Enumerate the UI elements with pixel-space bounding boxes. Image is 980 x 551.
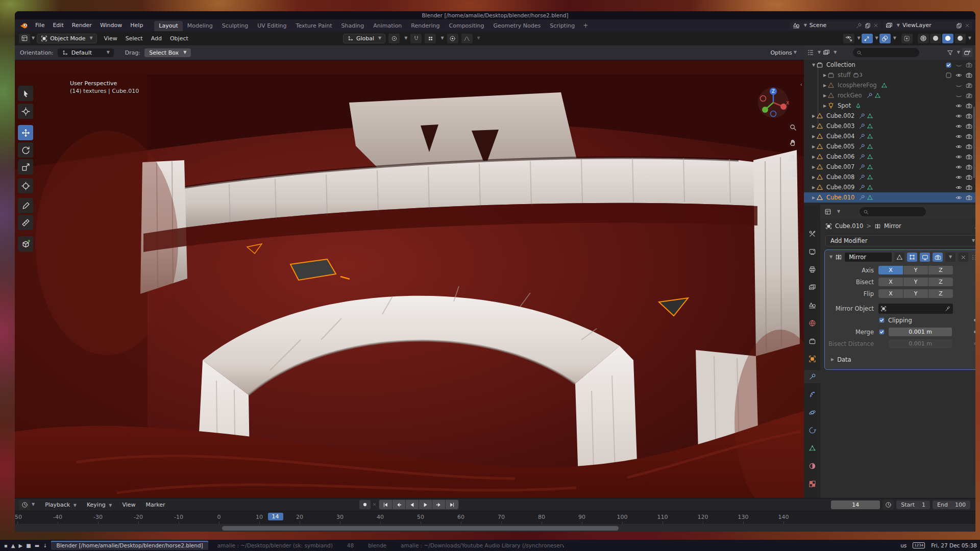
disclosure-arrow-icon[interactable]: ▶	[822, 93, 827, 98]
shading-material-button[interactable]	[942, 34, 953, 43]
disclosure-arrow-icon[interactable]: ▶	[811, 185, 816, 190]
disclosure-arrow-icon[interactable]: ▶	[822, 73, 827, 78]
checkbox-off-icon[interactable]	[945, 72, 952, 79]
properties-tab-scene[interactable]	[804, 298, 820, 312]
taskbar-window-button[interactable]: amalie : ~/Downloads/Youtube Audio Libra…	[396, 541, 564, 550]
camera-icon[interactable]	[966, 184, 972, 191]
toggle-projection-icon[interactable]	[789, 169, 797, 177]
timeline-menu-view[interactable]: View	[117, 502, 141, 508]
eye-icon[interactable]	[955, 184, 962, 191]
properties-tab-texture[interactable]	[804, 477, 820, 490]
properties-tab-material[interactable]	[804, 459, 820, 472]
flip-x-button[interactable]: X	[878, 289, 903, 298]
disclosure-arrow-icon[interactable]: ▶	[811, 165, 816, 169]
proportional-edit-button[interactable]	[447, 34, 458, 43]
disclosure-arrow-icon[interactable]: ▶	[811, 144, 816, 149]
taskbar-clock[interactable]: Fri, 27 Dec 05:38	[931, 542, 977, 548]
disclosure-arrow-icon[interactable]: ▶	[822, 104, 827, 108]
3d-scene-canvas[interactable]	[15, 74, 804, 498]
expand-chevron-icon[interactable]: ▼	[829, 255, 832, 259]
camera-view-icon[interactable]	[789, 154, 797, 162]
copy-icon[interactable]	[956, 22, 962, 29]
modifier-name-field[interactable]: Mirror	[845, 253, 892, 262]
outliner-editor-type-button[interactable]	[807, 49, 814, 56]
bisect-y-button[interactable]: Y	[903, 278, 928, 286]
viewport-menu-select[interactable]: Select	[121, 34, 147, 43]
current-frame-field[interactable]: 14	[831, 500, 880, 509]
workspace-tab-animation[interactable]: Animation	[369, 21, 406, 31]
flip-y-button[interactable]: Y	[903, 289, 928, 298]
breadcrumb-object[interactable]: Cube.010	[835, 222, 863, 230]
disclosure-arrow-icon[interactable]: ▶	[811, 114, 816, 118]
delete-modifier-button[interactable]	[958, 253, 968, 262]
viewport-menu-view[interactable]: View	[100, 34, 121, 43]
camera-icon[interactable]	[966, 72, 972, 79]
play-button[interactable]	[419, 500, 432, 509]
taskbar-window-button[interactable]: blende	[363, 541, 391, 550]
workspace-tab-uv-editing[interactable]: UV Editing	[253, 21, 291, 31]
workspace-tab-rendering[interactable]: Rendering	[406, 21, 444, 31]
properties-editor-type-button[interactable]	[824, 208, 831, 215]
tool-cursor[interactable]	[18, 104, 33, 119]
show-in-render-toggle[interactable]	[933, 253, 943, 262]
show-on-cage-toggle[interactable]	[894, 253, 904, 262]
workspace-tab-layout[interactable]: Layout	[154, 21, 182, 31]
eye-icon[interactable]	[955, 194, 962, 201]
properties-tab-object-data[interactable]	[804, 441, 820, 455]
bisect-z-button[interactable]: Z	[928, 278, 953, 286]
tool-measure[interactable]	[18, 215, 33, 230]
keyboard-layout-indicator[interactable]: us	[900, 542, 906, 548]
close-icon[interactable]	[873, 23, 878, 28]
outliner-row-cube-008[interactable]: ▶Cube.008	[804, 172, 975, 182]
eye-closed-dim-icon[interactable]	[955, 62, 962, 68]
tool-scale[interactable]	[18, 159, 33, 174]
eye-closed-icon[interactable]	[955, 82, 962, 89]
workspace-tab-geometry-nodes[interactable]: Geometry Nodes	[488, 21, 545, 31]
disclosure-arrow-icon[interactable]: ▶	[811, 134, 816, 139]
outliner-row-rockgeo[interactable]: ▶rockGeo	[804, 90, 975, 101]
tool-select-box[interactable]	[18, 86, 33, 101]
tool-rotate[interactable]	[18, 142, 33, 158]
eye-closed-icon[interactable]	[955, 92, 962, 99]
camera-icon[interactable]	[966, 113, 972, 119]
shading-rendered-button[interactable]	[954, 34, 966, 43]
zoom-icon[interactable]	[789, 123, 797, 131]
checkbox-on-icon[interactable]	[945, 62, 952, 68]
camera-icon[interactable]	[966, 143, 972, 150]
eye-icon[interactable]	[955, 123, 962, 130]
app-icon[interactable]: ▪	[4, 543, 8, 548]
falloff-button[interactable]	[461, 34, 473, 43]
animate-dot[interactable]	[974, 319, 975, 321]
axis-x-button[interactable]: X	[878, 266, 903, 274]
properties-tab-render[interactable]	[804, 245, 820, 258]
disclosure-arrow-icon[interactable]: ▼	[811, 63, 816, 67]
outliner-row-cube-010[interactable]: ▶Cube.010	[804, 192, 975, 203]
camera-icon[interactable]	[966, 164, 972, 170]
mode-selector[interactable]: Object Mode ▼	[37, 34, 96, 43]
flip-z-button[interactable]: Z	[928, 289, 953, 298]
app-icon[interactable]: ■	[26, 543, 31, 548]
camera-dim-icon[interactable]	[966, 62, 972, 68]
camera-icon[interactable]	[966, 103, 972, 109]
outliner-row-cube-002[interactable]: ▶Cube.002	[804, 111, 975, 121]
properties-tab-world[interactable]	[804, 316, 820, 330]
drag-handle-icon[interactable]	[971, 254, 975, 261]
prev-keyframe-button[interactable]	[393, 500, 405, 509]
app-icon[interactable]: ▶	[18, 543, 22, 548]
scene-selector[interactable]: ▼ Scene	[790, 21, 881, 30]
outliner-row-cube-007[interactable]: ▶Cube.007	[804, 162, 975, 172]
animate-dot[interactable]	[974, 331, 975, 333]
disclosure-arrow-icon[interactable]: ▶	[811, 195, 816, 200]
properties-search-input[interactable]	[860, 207, 926, 216]
orientation-dropdown[interactable]: Default ▼	[58, 48, 114, 57]
clipping-checkbox[interactable]	[878, 317, 885, 323]
use-preview-range-clock-button[interactable]	[883, 500, 894, 510]
navigation-gizmo[interactable]: Z X	[757, 86, 790, 119]
workspace-tab-compositing[interactable]: Compositing	[445, 21, 489, 31]
xray-toggle[interactable]	[901, 34, 913, 43]
properties-tab-output[interactable]	[804, 263, 820, 276]
camera-icon[interactable]	[966, 154, 972, 160]
outliner-row-cube-006[interactable]: ▶Cube.006	[804, 152, 975, 162]
outliner-row-cube-005[interactable]: ▶Cube.005	[804, 141, 975, 152]
snap-target-button[interactable]	[425, 34, 436, 43]
